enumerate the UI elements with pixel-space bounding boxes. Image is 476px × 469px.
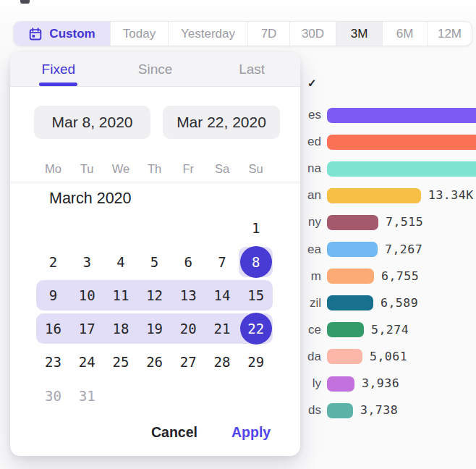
start-date-input[interactable]: Mar 8, 2020 (34, 106, 150, 139)
custom-range-button[interactable]: Custom (14, 22, 111, 46)
check-icon: ✓ (307, 77, 317, 90)
day-16[interactable]: 16 (36, 312, 70, 345)
chart-bar[interactable] (327, 322, 364, 337)
day-23[interactable]: 23 (36, 345, 70, 379)
chart-bar-value: 5,274 (371, 322, 409, 338)
day-1[interactable]: 1 (239, 211, 273, 245)
screen: ✓ esednaan13.34Kny7,515ea7,267m6,755zil6… (0, 0, 476, 469)
day-10[interactable]: 10 (70, 279, 104, 312)
end-date-input[interactable]: Mar 22, 2020 (163, 106, 280, 139)
weekday-label-we: We (103, 162, 137, 176)
chart-bar[interactable] (327, 295, 373, 310)
weekday-label-tu: Tu (70, 162, 104, 176)
day-12[interactable]: 12 (137, 279, 171, 312)
day-15[interactable]: 15 (239, 279, 273, 312)
day-24[interactable]: 24 (70, 345, 104, 379)
day-4[interactable]: 4 (103, 245, 137, 279)
day-30[interactable]: 30 (36, 379, 70, 413)
active-tab-underline (39, 83, 77, 86)
day-20[interactable]: 20 (171, 312, 205, 345)
day-14[interactable]: 14 (205, 279, 239, 312)
weekday-label-mo: Mo (36, 162, 70, 176)
chart-bar[interactable] (327, 215, 378, 230)
day-7[interactable]: 7 (205, 245, 239, 279)
tab-since[interactable]: Since (107, 52, 204, 86)
chart-bar-value: 3,738 (360, 402, 398, 418)
day-3[interactable]: 3 (70, 245, 104, 279)
chart-bar-value: 6,755 (381, 269, 419, 284)
chart-bar[interactable] (327, 349, 362, 364)
selected-day-8[interactable]: 8 (240, 246, 272, 278)
preset-button-yesterday[interactable]: Yesterday (169, 22, 248, 46)
day-19[interactable]: 19 (137, 312, 171, 345)
chart-bar-value: 3,936 (362, 376, 399, 392)
day-6[interactable]: 6 (171, 245, 205, 279)
custom-range-label: Custom (49, 27, 95, 41)
chart-bar[interactable] (327, 376, 354, 392)
preset-button-7d[interactable]: 7D (248, 22, 290, 46)
chart-bar-value: 7,267 (385, 242, 422, 258)
chart-bar-value: 13.34K (428, 187, 474, 203)
day-29[interactable]: 29 (239, 345, 273, 379)
chart-bar[interactable] (327, 161, 476, 177)
weekday-label-fr: Fr (171, 162, 205, 176)
day-11[interactable]: 11 (103, 279, 137, 312)
apply-button[interactable]: Apply (231, 424, 271, 441)
chart-bar-value: 7,515 (386, 214, 423, 230)
preset-button-3m[interactable]: 3M (336, 22, 383, 46)
preset-button-12m[interactable]: 12M (428, 22, 472, 46)
day-28[interactable]: 28 (205, 345, 239, 379)
date-picker-popup: FixedSinceLast Mar 8, 2020 Mar 22, 2020 … (10, 52, 300, 456)
weekday-label-sa: Sa (205, 162, 239, 176)
month-title: March 2020 (49, 190, 132, 208)
preset-button-today[interactable]: Today (111, 22, 169, 46)
preset-button-6m[interactable]: 6M (383, 22, 428, 46)
chart-bar-value: 5,061 (370, 349, 407, 365)
preset-button-30d[interactable]: 30D (290, 22, 336, 46)
day-18[interactable]: 18 (103, 312, 137, 345)
day-21[interactable]: 21 (205, 312, 239, 345)
selected-day-22[interactable]: 22 (240, 313, 272, 345)
date-picker-tabs: FixedSinceLast (10, 52, 300, 87)
tab-fixed[interactable]: Fixed (10, 52, 107, 86)
chart-bar[interactable] (327, 403, 353, 418)
day-17[interactable]: 17 (70, 312, 104, 345)
day-2[interactable]: 2 (36, 245, 70, 279)
weekday-label-su: Su (239, 162, 273, 176)
chart-bar[interactable] (327, 108, 476, 123)
day-31[interactable]: 31 (70, 379, 104, 413)
day-5[interactable]: 5 (137, 245, 171, 279)
chart-bar-value: 6,589 (381, 295, 418, 311)
chart-bar[interactable] (327, 269, 374, 284)
cut-off-element-fragment (20, 0, 30, 4)
cancel-button[interactable]: Cancel (151, 424, 197, 441)
day-27[interactable]: 27 (171, 345, 205, 379)
weekday-label-th: Th (137, 162, 171, 176)
tab-last[interactable]: Last (203, 52, 300, 86)
chart-bar[interactable] (327, 188, 421, 203)
date-range-toolbar: Custom TodayYesterday7D30D3M6M12M (13, 21, 472, 46)
calendar-icon (28, 27, 43, 41)
day-13[interactable]: 13 (171, 279, 205, 312)
day-9[interactable]: 9 (36, 279, 70, 312)
day-26[interactable]: 26 (137, 345, 171, 379)
chart-bar[interactable] (327, 242, 378, 257)
day-25[interactable]: 25 (103, 345, 137, 379)
chart-bar[interactable] (327, 135, 476, 150)
weekday-header-row: MoTuWeThFrSaSu (10, 161, 300, 182)
